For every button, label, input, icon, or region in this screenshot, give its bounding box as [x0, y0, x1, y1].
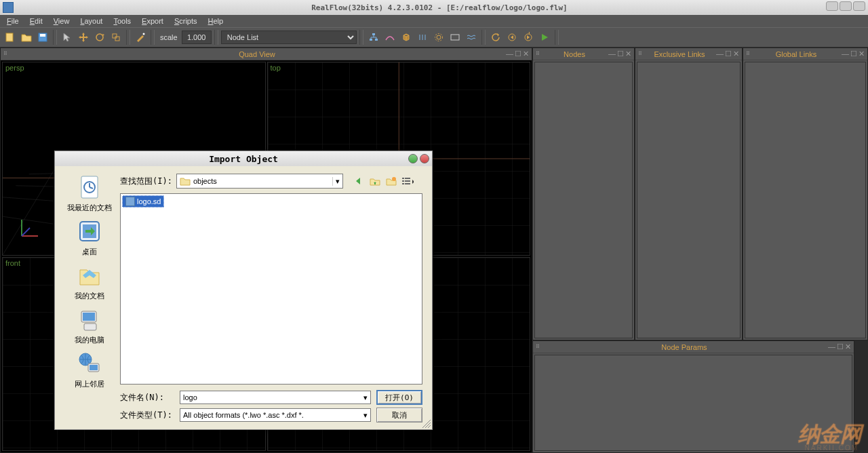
global-body[interactable] [745, 62, 866, 338]
file-list[interactable]: logo.sd [120, 193, 422, 385]
scale-label: scale [157, 33, 180, 41]
place-network[interactable]: 网上邻居 [75, 349, 104, 389]
new-folder-icon[interactable] [385, 175, 397, 187]
minimize-button[interactable] [826, 1, 838, 11]
computer-icon [75, 305, 104, 334]
filename-input[interactable]: logo▾ [180, 391, 371, 404]
window-controls [826, 1, 865, 11]
scale-icon[interactable] [108, 30, 123, 45]
svg-rect-7 [372, 33, 375, 35]
panel-maximize-icon[interactable]: ☐ [725, 50, 732, 58]
places-bar: 我最近的文档 桌面 我的文档 我的电脑 网上邻居 [64, 173, 115, 422]
rotate-icon[interactable] [92, 30, 107, 45]
filetype-label: 文件类型(T): [120, 410, 174, 421]
panel-maximize-icon[interactable]: ☐ [837, 342, 844, 351]
menu-view[interactable]: View [48, 16, 75, 26]
svg-rect-56 [405, 183, 410, 184]
panel-grip-icon[interactable]: ⠿ [536, 51, 540, 57]
close-button[interactable] [853, 1, 865, 11]
up-folder-icon[interactable] [369, 175, 381, 187]
panel-close-icon[interactable]: ✕ [845, 342, 851, 351]
open-file-icon[interactable] [19, 30, 34, 45]
maximize-button[interactable] [840, 1, 852, 11]
cancel-button[interactable]: 取消 [376, 408, 422, 422]
panel-minimize-icon[interactable]: — [608, 50, 616, 58]
menu-export[interactable]: Export [136, 16, 169, 26]
waves-icon[interactable] [464, 30, 479, 45]
panel-minimize-icon[interactable]: — [842, 50, 849, 58]
hierarchy-icon[interactable] [366, 30, 381, 45]
dialog-main: 查找范围(I): objects ▾ logo.sd [120, 173, 422, 422]
select-icon[interactable] [60, 30, 75, 45]
panel-maximize-icon[interactable]: ☐ [515, 50, 521, 58]
menu-edit[interactable]: Edit [24, 16, 48, 26]
curve-icon[interactable] [382, 30, 397, 45]
global-links-panel: ⠿Global Links—☐✕ [743, 47, 868, 340]
exclusive-body[interactable] [637, 62, 741, 338]
slider-icon[interactable] [415, 30, 430, 45]
menu-tools[interactable]: Tools [108, 16, 136, 26]
scale-input[interactable] [182, 31, 212, 44]
panel-minimize-icon[interactable]: — [828, 342, 835, 351]
panel-minimize-icon[interactable]: — [506, 50, 513, 58]
sim-reset-icon[interactable] [488, 30, 503, 45]
display-icon[interactable] [448, 30, 462, 45]
dialog-close-icon[interactable] [420, 154, 429, 163]
cube-icon[interactable] [399, 30, 414, 45]
panel-maximize-icon[interactable]: ☐ [617, 50, 624, 58]
lookin-select[interactable]: objects ▾ [176, 174, 343, 189]
dialog-titlebar[interactable]: Import Object [55, 151, 432, 166]
panel-close-icon[interactable]: ✕ [859, 50, 865, 58]
sim-step-icon[interactable]: PDC [521, 30, 536, 45]
nodes-title: Nodes [540, 50, 608, 58]
save-file-icon[interactable] [35, 30, 50, 45]
svg-point-14 [435, 34, 442, 41]
folder-icon [180, 176, 191, 186]
menu-file[interactable]: File [1, 16, 24, 26]
place-mydocs[interactable]: 我的文档 [75, 261, 104, 301]
chevron-down-icon: ▾ [363, 393, 368, 402]
window-title: RealFlow(32bits) 4.2.3.0102 - [E:/realfl… [14, 3, 865, 12]
panel-grip-icon[interactable]: ⠿ [536, 344, 540, 350]
open-button[interactable]: 打开(O) [376, 390, 422, 405]
place-desktop[interactable]: 桌面 [75, 217, 104, 257]
play-icon[interactable] [537, 30, 552, 45]
panel-close-icon[interactable]: ✕ [523, 50, 529, 58]
panel-grip-icon[interactable]: ⠿ [638, 51, 643, 57]
svg-text:PDC: PDC [528, 32, 534, 35]
menu-bar: File Edit View Layout Tools Export Scrip… [0, 15, 868, 27]
gear-icon[interactable] [431, 30, 446, 45]
panel-close-icon[interactable]: ✕ [625, 50, 631, 58]
svg-rect-55 [405, 180, 410, 182]
place-mycomputer[interactable]: 我的电脑 [75, 305, 104, 345]
nodes-body[interactable] [534, 62, 633, 338]
svg-line-24 [3, 168, 55, 255]
panel-close-icon[interactable]: ✕ [733, 50, 739, 58]
back-icon[interactable] [353, 175, 365, 187]
menu-layout[interactable]: Layout [75, 16, 108, 26]
node-list-select[interactable]: Node List [221, 31, 357, 44]
exclusive-links-panel: ⠿Exclusive Links—☐✕ [635, 47, 743, 340]
dialog-minimize-icon[interactable] [408, 154, 418, 163]
filetype-select[interactable]: All object formats (*.lwo *.asc *.dxf *.… [180, 408, 371, 422]
svg-rect-53 [402, 183, 404, 184]
sim-step-back-icon[interactable] [505, 30, 519, 45]
view-menu-icon[interactable] [401, 175, 414, 187]
move-icon[interactable] [76, 30, 91, 45]
svg-rect-49 [90, 365, 98, 370]
svg-point-6 [143, 33, 145, 35]
panel-minimize-icon[interactable]: — [716, 50, 724, 58]
magic-icon[interactable] [133, 30, 148, 45]
panel-maximize-icon[interactable]: ☐ [850, 50, 857, 58]
svg-rect-8 [370, 39, 372, 41]
filename-label: 文件名(N): [120, 392, 174, 403]
resize-grip-icon[interactable] [422, 420, 431, 428]
panel-grip-icon[interactable]: ⠿ [746, 51, 751, 57]
menu-scripts[interactable]: Scripts [169, 16, 203, 26]
file-item-selected[interactable]: logo.sd [122, 195, 164, 208]
place-recent[interactable]: 我最近的文档 [67, 173, 112, 213]
new-file-icon[interactable] [3, 30, 18, 45]
menu-help[interactable]: Help [203, 16, 229, 26]
panel-grip-icon[interactable]: ⠿ [3, 51, 8, 57]
svg-point-3 [96, 34, 103, 41]
